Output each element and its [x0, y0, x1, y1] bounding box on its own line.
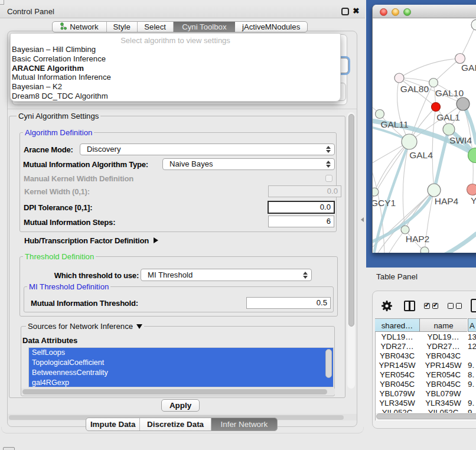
- attribute-item[interactable]: SelfLoops: [29, 348, 333, 358]
- which-threshold-label: Which threshold to use:: [35, 271, 139, 280]
- network-node[interactable]: [395, 73, 404, 83]
- table-cell[interactable]: YBR045C: [419, 380, 467, 389]
- table-hscrollbar[interactable]: [376, 413, 476, 420]
- network-canvas[interactable]: GALGAL80GAL10GAL1GAL11SWI4GAL4GCY1HAP4YH…: [373, 18, 476, 253]
- gear-icon[interactable]: [382, 301, 392, 311]
- attribute-item[interactable]: gal4RGexp: [29, 378, 333, 387]
- float-window-icon[interactable]: [341, 8, 349, 15]
- data-attributes-list[interactable]: SelfLoopsTopologicalCoefficientBetweenne…: [28, 347, 334, 387]
- table-cell[interactable]: 8.: [468, 370, 476, 380]
- column-header-a[interactable]: A: [468, 318, 476, 332]
- tab-style[interactable]: Style: [107, 22, 138, 32]
- attribute-item[interactable]: TopologicalCoefficient: [29, 358, 333, 368]
- table-cell[interactable]: YBL079W: [419, 389, 467, 399]
- mi-steps-field[interactable]: 6: [268, 216, 334, 227]
- minimize-yellow-icon[interactable]: [392, 8, 399, 16]
- unchecked-column-icon[interactable]: [448, 303, 454, 309]
- network-node[interactable]: [467, 184, 476, 195]
- algorithm-option[interactable]: Dream8 DC_TDC Algorithm: [12, 92, 337, 101]
- attribute-item[interactable]: BetweennessCentrality: [29, 368, 333, 378]
- table-cell[interactable]: 9.: [468, 361, 476, 370]
- sources-title-row[interactable]: Sources for Network Inference: [26, 322, 144, 331]
- network-node[interactable]: [471, 19, 476, 30]
- network-node-label: GAL80: [400, 84, 429, 94]
- manual-kernel-label: Manual Kernel Width Definition: [24, 174, 133, 183]
- tab-infer-network[interactable]: Infer Network: [211, 418, 277, 431]
- network-node[interactable]: [428, 184, 441, 197]
- data-attributes-label: Data Attributes: [22, 336, 77, 345]
- unchecked-column-icon[interactable]: [456, 303, 462, 309]
- tab-cyni-toolbox[interactable]: Cyni Toolbox: [174, 22, 236, 32]
- table-cell[interactable]: 13: [468, 332, 476, 342]
- which-threshold-combobox[interactable]: MI Threshold: [141, 269, 312, 281]
- network-node[interactable]: [420, 247, 429, 253]
- new-table-icon[interactable]: [471, 299, 476, 312]
- table-cell[interactable]: YBR043C: [419, 351, 467, 361]
- algorithm-option[interactable]: Bayesian – Hill Climbing: [12, 45, 337, 54]
- table-cell[interactable]: YER054C: [419, 370, 467, 380]
- tab-jactivemnodules[interactable]: jActiveMNodules: [235, 22, 307, 32]
- attributes-vscrollbar-thumb[interactable]: [325, 349, 332, 378]
- table-cell[interactable]: YPR145W: [375, 361, 419, 370]
- tab-network[interactable]: Network: [53, 22, 107, 32]
- tab-discretize-data[interactable]: Discretize Data: [140, 418, 211, 431]
- zoom-green-icon[interactable]: [403, 8, 411, 16]
- kernel-width-field[interactable]: 0.0: [268, 185, 341, 197]
- table-cell[interactable]: 9.: [468, 380, 476, 389]
- split-view-icon[interactable]: [404, 301, 415, 311]
- table-cell[interactable]: YLR345W: [375, 399, 419, 408]
- mi-steps-label: Mutual Information Steps:: [24, 218, 115, 227]
- table-cell[interactable]: YDL19…: [375, 332, 419, 342]
- manual-kernel-checkbox[interactable]: [325, 175, 332, 182]
- network-node[interactable]: [373, 188, 379, 196]
- dpi-tolerance-field[interactable]: 0.0: [268, 201, 335, 214]
- checked-column-icon[interactable]: [432, 303, 438, 309]
- algorithm-option[interactable]: Bayesian – K2: [12, 82, 337, 92]
- table-cell[interactable]: 12: [468, 342, 476, 351]
- tab-impute-data[interactable]: Impute Data: [86, 418, 140, 431]
- algorithm-option[interactable]: ARACNE Algorithm: [12, 64, 337, 73]
- table-cell[interactable]: YDR27…: [419, 342, 467, 351]
- close-icon[interactable]: ✖: [351, 5, 361, 17]
- network-node[interactable]: [402, 134, 417, 149]
- network-window-titlebar[interactable]: [373, 5, 476, 18]
- settings-vscrollbar-thumb[interactable]: [348, 114, 354, 327]
- bottom-left-artifact: [3, 447, 15, 450]
- table-cell[interactable]: YBL079W: [375, 389, 419, 399]
- table-cell[interactable]: YBR045C: [375, 380, 419, 389]
- table-cell[interactable]: YBR043C: [375, 351, 419, 361]
- network-node[interactable]: [429, 79, 438, 87]
- table-cell[interactable]: YDR27…: [375, 342, 419, 351]
- network-node[interactable]: [457, 97, 470, 110]
- network-node[interactable]: [401, 226, 409, 234]
- table-hscrollbar-thumb[interactable]: [376, 413, 476, 419]
- column-header-name[interactable]: name: [419, 318, 467, 332]
- aracne-mode-combobox[interactable]: Discovery: [80, 144, 335, 155]
- checked-column-icon[interactable]: [424, 303, 430, 309]
- column-header-shared[interactable]: shared…: [375, 318, 419, 332]
- table-cell[interactable]: YDL19…: [419, 332, 467, 342]
- network-node-label: GCY1: [373, 198, 396, 208]
- network-node[interactable]: [376, 110, 384, 119]
- combo-arrows-icon: [326, 146, 331, 153]
- splitter-collapse-icon[interactable]: [361, 217, 364, 222]
- table-cell[interactable]: 9.: [468, 399, 476, 408]
- hub-definition-toggle[interactable]: Hub/Transcription Factor Definition: [24, 235, 158, 246]
- mi-type-combobox[interactable]: Naive Bayes: [162, 158, 335, 170]
- network-edge: [399, 58, 460, 78]
- apply-button[interactable]: Apply: [161, 399, 200, 412]
- algorithm-option[interactable]: Basic Correlation Inference: [12, 54, 337, 64]
- tab-select[interactable]: Select: [138, 22, 174, 32]
- network-node[interactable]: [455, 54, 465, 64]
- table-cell[interactable]: YPR145W: [419, 361, 467, 370]
- table-cell[interactable]: YLR345W: [419, 399, 467, 408]
- network-node[interactable]: [432, 103, 441, 112]
- mi-threshold-field[interactable]: 0.5: [246, 297, 331, 309]
- table-cell[interactable]: YER054C: [375, 370, 419, 380]
- tab-label: Select: [144, 22, 166, 31]
- algorithm-option[interactable]: Mutual Information Inference: [12, 73, 337, 82]
- network-icon: [60, 22, 70, 32]
- attributes-hscrollbar-thumb[interactable]: [22, 389, 327, 394]
- close-red-icon[interactable]: [380, 8, 387, 16]
- network-node[interactable]: [443, 123, 455, 135]
